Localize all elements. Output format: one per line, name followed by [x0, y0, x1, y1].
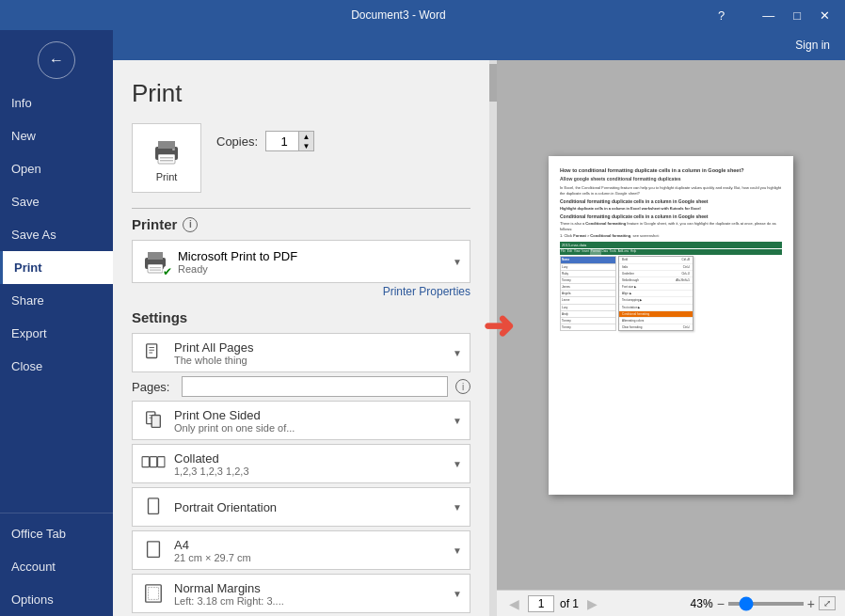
maximize-button[interactable]: □	[788, 7, 806, 24]
collation-sub: 1,2,3 1,2,3 1,2,3	[174, 466, 445, 477]
next-page-button[interactable]: ▶	[584, 596, 600, 611]
fit-page-button[interactable]: ⤢	[819, 596, 836, 610]
sides-icon	[140, 407, 167, 434]
settings-section-title: Settings	[132, 309, 470, 325]
svg-rect-22	[149, 498, 159, 514]
preview-h2: Conditional formatting duplicate cells i…	[560, 198, 782, 205]
sidebar-item-new[interactable]: New	[0, 119, 113, 152]
svg-rect-11	[147, 344, 157, 358]
printer-properties-link[interactable]: Printer Properties	[132, 285, 470, 298]
printer-name: Microsoft Print to PDF	[178, 249, 297, 263]
preview-h1: How to conditional formatting duplicate …	[560, 167, 782, 175]
sidebar-item-share[interactable]: Share	[0, 284, 113, 317]
sidebar-item-close[interactable]: Close	[0, 350, 113, 383]
sidebar-item-info[interactable]: Info	[0, 87, 113, 119]
content-area: Sign in Print	[113, 30, 845, 616]
page-number-input[interactable]	[528, 595, 554, 612]
printer-icon	[150, 134, 183, 167]
sidebar-item-print[interactable]: Print	[0, 251, 113, 284]
scrollbar-thumb[interactable]	[489, 64, 497, 102]
sidebar: ← Info New Open Save Save As Print Share…	[0, 30, 113, 616]
paper-text: A4 21 cm × 29.7 cm	[174, 538, 445, 563]
section-divider	[132, 208, 470, 209]
sidebar-item-save[interactable]: Save	[0, 185, 113, 218]
printer-section-title: Printer i	[132, 216, 470, 232]
sidebar-item-save-as[interactable]: Save As	[0, 218, 113, 251]
minimize-button[interactable]: —	[757, 7, 780, 24]
print-title: Print	[132, 79, 470, 108]
orientation-arrow: ▼	[453, 502, 462, 513]
preview-wrapper: ➜ How to conditional formatting duplicat…	[549, 156, 793, 495]
sign-in-link[interactable]: Sign in	[795, 39, 830, 52]
sidebar-item-export[interactable]: Export	[0, 317, 113, 350]
svg-rect-2	[158, 154, 175, 164]
preview-paper: How to conditional formatting duplicate …	[549, 156, 793, 495]
preview-p1: In Excel, the Conditional Formatting fea…	[560, 185, 782, 196]
zoom-out-button[interactable]: −	[717, 596, 725, 611]
sidebar-item-office-tab[interactable]: Office Tab	[0, 517, 113, 550]
copies-down-button[interactable]: ▼	[298, 141, 313, 150]
pages-range-main: Print All Pages	[174, 340, 445, 355]
sidebar-item-open[interactable]: Open	[0, 152, 113, 185]
copies-up-button[interactable]: ▲	[298, 132, 313, 141]
settings-collation-dropdown[interactable]: Collated 1,2,3 1,2,3 1,2,3 ▼	[132, 444, 470, 483]
settings-pages-range-dropdown[interactable]: Print All Pages The whole thing ▼	[132, 333, 470, 372]
svg-rect-20	[150, 457, 156, 467]
preview-li1: 1. Click Format > Conditional formatting…	[560, 233, 782, 239]
settings-paper-dropdown[interactable]: A4 21 cm × 29.7 cm ▼	[132, 530, 470, 570]
pages-info-icon[interactable]: i	[455, 379, 470, 394]
zoom-in-button[interactable]: +	[807, 596, 815, 611]
svg-rect-7	[148, 252, 163, 260]
svg-rect-10	[150, 270, 161, 271]
print-button[interactable]: Print	[132, 123, 201, 193]
preview-nav: ◀ of 1 ▶ 43% − + ⤢	[497, 590, 845, 616]
collation-arrow: ▼	[453, 459, 462, 469]
collation-svg-icon	[141, 453, 166, 474]
settings-orientation-dropdown[interactable]: Portrait Orientation ▼	[132, 487, 470, 527]
close-button[interactable]: ✕	[814, 7, 836, 24]
copies-spinner: ▲ ▼	[298, 132, 313, 150]
printer-dropdown[interactable]: ✔ Microsoft Print to PDF Ready ▼	[132, 240, 470, 283]
orientation-text: Portrait Orientation	[174, 500, 445, 514]
printer-info-icon[interactable]: i	[183, 217, 198, 232]
copies-label: Copies:	[216, 134, 258, 149]
preview-context-menu: BoldCtrl+B ItalicCtrl+I UnderlineCtrl+U …	[618, 256, 694, 331]
zoom-control: 43% − + ⤢	[691, 596, 836, 611]
collation-text: Collated 1,2,3 1,2,3 1,2,3	[174, 451, 445, 477]
printer-icon-container: ✔	[140, 246, 170, 276]
orientation-main: Portrait Orientation	[174, 500, 445, 514]
paper-icon	[140, 537, 167, 563]
svg-rect-23	[148, 542, 160, 558]
sidebar-bottom: Office Tab Account Options	[0, 509, 113, 616]
paper-main: A4	[174, 538, 445, 552]
print-panel: Print Print	[113, 60, 489, 616]
pages-input[interactable]	[182, 376, 448, 397]
zoom-slider[interactable]	[728, 602, 804, 606]
prev-page-button[interactable]: ◀	[506, 596, 522, 611]
sides-svg-icon	[143, 410, 164, 431]
settings-margins-dropdown[interactable]: Normal Margins Left: 3.18 cm Right: 3...…	[132, 574, 470, 613]
sidebar-divider	[0, 513, 113, 513]
margins-main: Normal Margins	[174, 581, 445, 595]
page-total-label: of 1	[560, 597, 579, 610]
printer-name-wrap: Microsoft Print to PDF Ready	[178, 249, 297, 275]
back-button[interactable]: ←	[38, 41, 75, 79]
sidebar-item-options[interactable]: Options	[0, 583, 113, 616]
settings-sides-dropdown[interactable]: Print One Sided Only print on one side o…	[132, 401, 470, 440]
svg-rect-19	[142, 457, 149, 467]
help-button[interactable]: ?	[712, 7, 730, 24]
margins-sub: Left: 3.18 cm Right: 3....	[174, 595, 445, 607]
titlebar-controls: ? — □ ✕	[712, 7, 836, 24]
sides-sub: Only print on one side of...	[174, 422, 445, 434]
pages-label: Pages:	[132, 380, 174, 394]
preview-content: How to conditional formatting duplicate …	[560, 167, 782, 332]
sidebar-item-account[interactable]: Account	[0, 550, 113, 583]
page-navigation: ◀ of 1 ▶	[506, 595, 600, 612]
paper-sub: 21 cm × 29.7 cm	[174, 552, 445, 563]
copies-input-wrap: ▲ ▼	[265, 131, 314, 151]
paper-arrow: ▼	[453, 545, 462, 556]
preview-area: ➜ How to conditional formatting duplicat…	[497, 60, 845, 616]
app-body: ← Info New Open Save Save As Print Share…	[0, 30, 845, 616]
svg-rect-4	[160, 160, 173, 162]
printer-info: ✔ Microsoft Print to PDF Ready	[140, 246, 297, 276]
